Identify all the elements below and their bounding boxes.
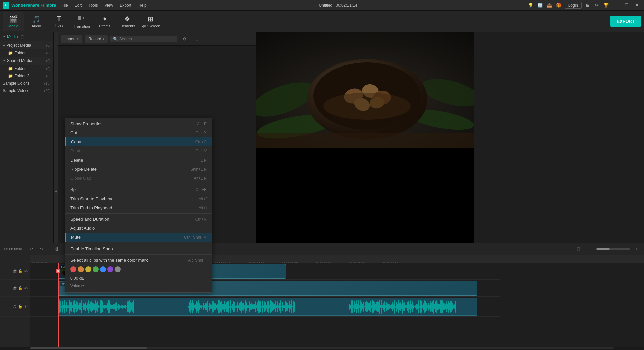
tool-elements[interactable]: ❖ Elements <box>117 12 138 31</box>
record-button[interactable]: Record ▾ <box>85 35 108 43</box>
menu-edit[interactable]: Edit <box>72 2 85 8</box>
tl-redo[interactable]: ↪ <box>37 244 46 254</box>
download-icon[interactable]: 📥 <box>546 2 553 9</box>
export-button[interactable]: EXPORT <box>610 16 641 27</box>
color-dot-orange[interactable] <box>78 266 84 272</box>
tree-shared-media[interactable]: ▼ Shared Media (0) <box>0 57 53 65</box>
gift-icon[interactable]: 🎁 <box>555 2 562 9</box>
color-dot-green[interactable] <box>93 266 99 272</box>
ctx-enable-snap[interactable]: Enable Timeline Snap <box>65 244 212 253</box>
tool-audio[interactable]: 🎵 Audio <box>25 12 47 31</box>
context-menu: Show Properties Alt+E Cut Ctrl+X Copy Ct… <box>65 118 212 293</box>
tree-sample-colors[interactable]: Sample Colors (15) <box>0 80 53 87</box>
track1-lock-icon[interactable]: 🔒 <box>18 269 23 273</box>
menu-export[interactable]: Export <box>117 2 134 8</box>
color-dot-purple[interactable] <box>107 266 113 272</box>
color-dot-yellow[interactable] <box>85 266 91 272</box>
record-label: Record <box>88 37 101 41</box>
tree-project-media[interactable]: ▶ Project Media (0) <box>0 41 53 49</box>
splitscreen-label: Split Screen <box>140 24 160 28</box>
ctx-sep4 <box>65 254 212 255</box>
zoom-fit[interactable]: ⊡ <box>574 244 583 254</box>
tool-effects[interactable]: ✦ Effects <box>94 12 115 31</box>
tool-titles[interactable]: T Titles <box>48 12 70 31</box>
waveform <box>58 298 477 315</box>
login-button[interactable]: Login <box>565 2 582 9</box>
track2-eye-icon[interactable]: 👁 <box>24 286 28 290</box>
screen-icon[interactable]: 🖥 <box>584 2 591 9</box>
minimize-button[interactable]: — <box>612 2 621 9</box>
close-button[interactable]: ✕ <box>632 2 641 9</box>
ctx-trim-start-label: Trim Start to Playhead <box>70 196 114 201</box>
track1-eye-icon[interactable]: 👁 <box>24 269 28 273</box>
ctx-copy[interactable]: Copy Ctrl+C <box>65 137 212 146</box>
ctx-delete[interactable]: Delete Del <box>65 156 212 165</box>
track3-eye-icon[interactable]: 👁 <box>24 305 28 309</box>
effects-icon: ✦ <box>102 15 108 23</box>
media-icon: 🎬 <box>9 15 18 23</box>
ctx-trim-end[interactable]: Trim End to Playhead Alt+] <box>65 203 212 212</box>
tl-delete[interactable]: 🗑 <box>52 244 61 254</box>
tl-undo[interactable]: ↩ <box>26 244 36 254</box>
tool-splitscreen[interactable]: ⊞ Split Screen <box>140 12 161 31</box>
menu-tools[interactable]: Tools <box>86 2 100 8</box>
tree-item-folder3[interactable]: 📁 Folder 2 (0) <box>5 72 53 80</box>
tool-media[interactable]: 🎬 Media <box>3 12 24 31</box>
color-dot-red[interactable] <box>70 266 76 272</box>
track3-audio-icon: 🎵 <box>13 305 17 308</box>
layout-icon[interactable]: ⊞ <box>192 34 202 44</box>
trophy-icon[interactable]: 🏆 <box>602 2 610 9</box>
ctx-trim-start[interactable]: Trim Start to Playhead Alt+[ <box>65 194 212 203</box>
sync-icon[interactable]: 🔄 <box>536 2 544 9</box>
search-input[interactable] <box>119 37 175 41</box>
color-dot-gray[interactable] <box>115 266 121 272</box>
timeline-scrollbar[interactable] <box>0 347 644 350</box>
import-button[interactable]: Import ▾ <box>61 35 82 43</box>
filter-icon[interactable]: ⚙ <box>180 34 190 44</box>
splitscreen-icon: ⊞ <box>148 15 153 23</box>
ctx-cut-shortcut: Ctrl+X <box>195 131 207 135</box>
ctx-ripple-delete[interactable]: Ripple Delete Shift+Del <box>65 165 212 174</box>
lightbulb-icon[interactable]: 💡 <box>527 2 534 9</box>
ctx-copy-shortcut: Ctrl+C <box>195 140 207 144</box>
ctx-trim-end-label: Trim End to Playhead <box>70 205 112 210</box>
ctx-speed-duration[interactable]: Speed and Duration Ctrl+R <box>65 215 212 224</box>
menu-file[interactable]: File <box>59 2 70 8</box>
tool-transition[interactable]: Transition <box>71 12 93 31</box>
ctx-split[interactable]: Split Ctrl+B <box>65 185 212 194</box>
track3-lock-icon[interactable]: 🔒 <box>18 304 23 309</box>
track2-lock-icon[interactable]: 🔒 <box>18 286 23 290</box>
panel-collapse-arrow: ▼ <box>3 35 6 38</box>
sample-colors-label: Sample Colors <box>3 81 29 86</box>
ctx-adjust-audio[interactable]: Adjust Audio <box>65 224 212 233</box>
ctx-mute[interactable]: Mute Ctrl+Shift+M <box>65 233 212 242</box>
ctx-select-same[interactable]: Select all clips with the same color mar… <box>65 256 212 265</box>
ctx-ripple-delete-label: Ripple Delete <box>70 167 97 172</box>
maximize-button[interactable]: ❐ <box>622 2 631 9</box>
ctx-trim-end-shortcut: Alt+] <box>199 206 207 210</box>
menu-view[interactable]: View <box>102 2 116 8</box>
media-area-toolbar: Import ▾ Record ▾ 🔍 ⚙ ⊞ <box>58 32 256 46</box>
zoom-out[interactable]: − <box>585 244 594 254</box>
audio-clip[interactable] <box>58 298 477 316</box>
color-dot-blue[interactable] <box>100 266 106 272</box>
tree-sample-video[interactable]: Sample Video (20) <box>0 87 53 94</box>
ctx-cut[interactable]: Cut Ctrl+X <box>65 128 212 137</box>
track3-header: 🎵 🔒 👁 <box>0 297 30 317</box>
scrollbar-thumb[interactable] <box>30 347 147 349</box>
ctx-sep1 <box>65 184 212 184</box>
envelope-icon[interactable]: ✉ <box>593 2 600 9</box>
zoom-in[interactable]: + <box>632 244 641 254</box>
import-chevron: ▾ <box>77 37 79 41</box>
ctx-volume-row: 0.00 dB <box>65 274 212 283</box>
folder2-label: Folder <box>14 66 26 71</box>
project-media-label: Project Media <box>6 43 31 48</box>
ctx-show-properties[interactable]: Show Properties Alt+E <box>65 119 212 128</box>
effects-label: Effects <box>99 24 110 28</box>
zoom-slider-bar[interactable] <box>596 248 630 250</box>
zoom-controls: ⊡ − + <box>574 244 641 254</box>
folder3-icon: 📁 <box>8 74 13 78</box>
tree-item-folder[interactable]: 📁 Folder (0) <box>5 49 53 57</box>
menu-help[interactable]: Help <box>136 2 149 8</box>
tree-item-folder2[interactable]: 📁 Folder (0) <box>5 65 53 72</box>
